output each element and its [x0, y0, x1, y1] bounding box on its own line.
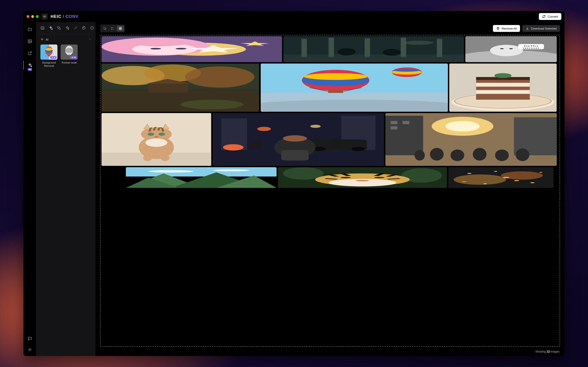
svg-rect-22 [48, 55, 50, 56]
svg-point-78 [261, 100, 448, 112]
trash-icon [496, 27, 500, 30]
fill-tool-icon[interactable] [65, 26, 69, 30]
ai-card-grid: ✦AI Background Removal [40, 44, 91, 68]
gallery-image-city-night[interactable] [213, 113, 384, 166]
svg-rect-74 [157, 92, 196, 100]
close-window-button[interactable] [27, 15, 29, 18]
ai-sparkle-icon[interactable]: AI [27, 62, 33, 68]
palette-tool-icon[interactable] [82, 26, 86, 30]
svg-rect-130 [402, 121, 409, 124]
portrait-mode-card[interactable]: ✦AI Portrait mode [61, 44, 78, 68]
svg-point-157 [501, 171, 543, 180]
download-icon [526, 27, 529, 30]
svg-point-62 [500, 48, 504, 49]
gallery-image-city-sunset[interactable] [385, 113, 557, 166]
stack-view-button[interactable] [101, 25, 108, 31]
svg-point-106 [154, 136, 159, 138]
svg-text:moon: moon [523, 47, 540, 49]
svg-point-63 [509, 48, 513, 49]
svg-point-7 [42, 27, 42, 28]
svg-point-163 [503, 177, 509, 178]
svg-rect-72 [149, 84, 188, 92]
svg-point-87 [394, 69, 420, 72]
gallery-image-tiramisu[interactable] [449, 64, 556, 112]
svg-point-105 [159, 133, 165, 136]
remove-all-button[interactable]: Remove All [493, 25, 520, 32]
svg-point-28 [65, 48, 73, 53]
svg-point-10 [83, 28, 83, 28]
background-removal-card[interactable]: ✦AI Background Removal [40, 44, 57, 68]
convert-label: Convert [548, 15, 558, 18]
main-area: Remove All Download Selected [95, 22, 564, 356]
folder-icon[interactable] [27, 27, 33, 32]
svg-point-57 [383, 49, 401, 56]
wand-tool-icon[interactable] [73, 26, 78, 30]
chevron-up-icon [89, 38, 91, 41]
titlebar: HEIC / CONV Convert [23, 11, 564, 22]
ai-section-header[interactable]: AI [40, 38, 91, 41]
convert-button[interactable]: Convert [539, 13, 561, 20]
status-prefix: Showing [536, 350, 547, 353]
gallery-image-tiger[interactable] [278, 167, 447, 188]
gallery-image-hello-moon[interactable]: hello moon [465, 36, 557, 62]
logo-part2: CONV [65, 14, 78, 19]
svg-point-154 [356, 180, 369, 181]
svg-point-61 [490, 45, 523, 56]
svg-point-135 [495, 150, 509, 161]
shape-tool-icon[interactable] [57, 26, 61, 30]
time-tool-icon[interactable] [90, 26, 94, 30]
gallery-image-sparkles[interactable] [448, 167, 553, 188]
chat-icon[interactable] [27, 336, 33, 341]
export-icon[interactable] [27, 50, 33, 56]
svg-rect-91 [476, 78, 530, 100]
svg-point-12 [84, 27, 85, 27]
background-removal-thumb: ✦AI [40, 44, 57, 60]
gallery-dropzone[interactable]: hello moon [100, 35, 560, 347]
image-icon[interactable] [27, 39, 33, 44]
svg-rect-40 [121, 29, 122, 30]
minimize-window-button[interactable] [31, 15, 34, 18]
svg-point-161 [530, 182, 535, 183]
image-gallery: hello moon [102, 36, 558, 345]
gallery-image-mountains[interactable] [126, 167, 277, 188]
gallery-image-balloons[interactable] [261, 64, 448, 112]
settings-icon[interactable] [27, 347, 33, 352]
download-selected-button[interactable]: Download Selected [522, 25, 560, 32]
svg-point-71 [185, 67, 254, 88]
card-label: Portrait mode [61, 61, 78, 64]
gallery-image-autumn-lake[interactable] [102, 64, 259, 112]
left-rail: AI [23, 22, 36, 356]
svg-point-114 [310, 125, 321, 128]
list-view-button[interactable] [109, 25, 116, 31]
svg-point-136 [516, 148, 529, 161]
svg-point-140 [213, 169, 250, 171]
ai-sparkle-tool-icon[interactable] [49, 26, 53, 30]
svg-point-162 [484, 184, 487, 184]
gallery-image-kitten[interactable] [102, 113, 211, 166]
svg-rect-121 [281, 150, 309, 161]
svg-rect-54 [401, 38, 406, 57]
svg-point-58 [405, 41, 433, 45]
section-title: AI [45, 38, 48, 41]
svg-rect-92 [476, 83, 530, 87]
svg-point-95 [494, 73, 512, 78]
status-count: 12 [547, 350, 550, 353]
image-tool-icon[interactable] [40, 26, 44, 30]
card-label: Background Removal [40, 61, 57, 68]
svg-point-139 [148, 170, 194, 173]
app-logo: HEIC / CONV [51, 14, 78, 19]
svg-rect-82 [328, 91, 343, 93]
svg-point-122 [249, 140, 262, 150]
menu-button[interactable] [41, 13, 48, 20]
gallery-image-samurai[interactable] [284, 36, 464, 62]
svg-point-56 [338, 48, 356, 56]
svg-rect-55 [437, 39, 442, 57]
svg-point-134 [473, 148, 486, 161]
maximize-window-button[interactable] [36, 15, 39, 18]
portrait-mode-thumb: ✦AI [61, 44, 78, 60]
svg-rect-39 [119, 29, 120, 30]
sparkle-icon [40, 38, 44, 41]
window-controls [27, 15, 39, 18]
gallery-image-anime[interactable] [102, 36, 282, 62]
grid-view-button[interactable] [117, 25, 124, 31]
